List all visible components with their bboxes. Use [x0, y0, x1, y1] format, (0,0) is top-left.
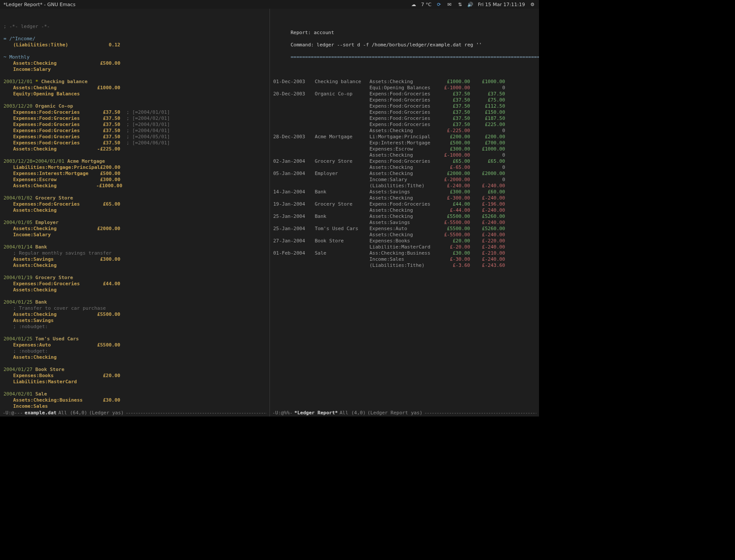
- modeline-flags: -U:@%%-: [273, 410, 293, 416]
- refresh-icon[interactable]: ⟳: [436, 1, 442, 7]
- posting-line: Expenses:Auto£5500.00: [4, 342, 266, 348]
- posting-line: Expenses:Books£20.00: [4, 373, 266, 379]
- posting-line: Assets:Checking£2000.00: [4, 226, 266, 232]
- buffer-position: All (64,0): [58, 410, 87, 416]
- system-tray: ☁ 7 °C ⟳ ✉ ⇅ 🔊 Fri 15 Mar 17:11:19 ⚙: [411, 1, 536, 7]
- buffer-name: example.dat: [24, 410, 56, 416]
- posting-line: Expenses:Food:Groceries£37.50; [=2004/03…: [4, 122, 266, 128]
- report-row: Expens:Food:Groceries£37.50£75.00: [273, 97, 536, 103]
- emacs-frame: ; -*- ledger -*- = /^Income/(Liabilities…: [0, 9, 539, 416]
- report-row: 01-Feb-2004SaleAss:Checking:Business£30.…: [273, 250, 536, 256]
- buffer-name: *Ledger Report*: [294, 410, 338, 416]
- posting-line: Equity:Opening Balances: [4, 91, 266, 97]
- posting-line: Liabilities:MasterCard: [4, 379, 266, 385]
- tx-header: 2004/01/02 Grocery Store: [4, 195, 266, 201]
- automated-tx-header: = /^Income/: [4, 36, 35, 42]
- desktop-top-bar: *Ledger Report* - GNU Emacs ☁ 7 °C ⟳ ✉ ⇅…: [0, 0, 539, 9]
- report-row: Assets:Savings£-5500.00£-240.00: [273, 220, 536, 226]
- posting-line: Expenses:Food:Groceries£37.50; [=2004/05…: [4, 134, 266, 140]
- settings-gear-icon[interactable]: ⚙: [529, 1, 536, 7]
- posting-line: Assets:Checking£500.00: [4, 60, 266, 66]
- network-icon[interactable]: ⇅: [457, 1, 463, 7]
- tx-comment: ; Transfer to cover car purchase: [4, 305, 266, 312]
- mail-icon[interactable]: ✉: [446, 1, 452, 7]
- posting-line: Income:Sales: [4, 403, 266, 410]
- report-row: 01-Dec-2003Checking balanceAssets:Checki…: [273, 79, 536, 85]
- report-row: Expenses:Escrow£300.00£1000.00: [273, 146, 536, 152]
- report-row: 25-Jan-2004BankAssets:Checking£5500.00£5…: [273, 214, 536, 220]
- report-row: Assets:Checking£-1000.000: [273, 152, 536, 158]
- report-row: 27-Jan-2004Book StoreExpenses:Books£20.0…: [273, 238, 536, 244]
- report-row: Assets:Checking£-44.00£-240.00: [273, 207, 536, 214]
- report-row: Exp:Interest:Mortgage£500.00£700.00: [273, 140, 536, 146]
- ledger-report-buffer[interactable]: Report: account Command: ledger --sort d…: [270, 9, 539, 416]
- posting-line: Assets:Checking:Business£30.00: [4, 397, 266, 403]
- weather-icon: ☁: [411, 1, 417, 7]
- posting-line: Assets:Checking: [4, 207, 266, 214]
- posting-line: Expenses:Food:Groceries£44.00: [4, 281, 266, 287]
- report-row: Assets:Checking£-5500.00£-240.00: [273, 232, 536, 238]
- tx-comment: ; :nobudget:: [4, 348, 266, 354]
- posting-line: Expenses:Food:Groceries£37.50; [=2004/02…: [4, 116, 266, 122]
- report-label: Report: account: [290, 30, 334, 35]
- report-row: Liabilitie:MasterCard£-20.00£-240.00: [273, 244, 536, 250]
- modeline-right: -U:@%%- *Ledger Report* All (4,0) (Ledge…: [270, 410, 539, 416]
- tx-header: 2004/01/25 Bank: [4, 299, 266, 305]
- report-row: 14-Jan-2004BankAssets:Savings£300.00£60.…: [273, 189, 536, 195]
- tx-header: 2004/01/27 Book Store: [4, 367, 266, 373]
- report-row: (Liabilities:Tithe)£-3.60£-243.60: [273, 262, 536, 269]
- posting-line: Assets:Savings: [4, 318, 266, 324]
- posting-line: Expenses:Food:Groceries£37.50; [=2004/06…: [4, 140, 266, 146]
- posting-line: Assets:Savings£300.00: [4, 256, 266, 262]
- report-row: Expens:Food:Groceries£37.50£112.50: [273, 103, 536, 109]
- report-command: Command: ledger --sort d -f /home/borbus…: [290, 42, 482, 48]
- modeline-dashes: ----------------------------------------…: [126, 410, 267, 416]
- report-row: 05-Jan-2004EmployerAssets:Checking£2000.…: [273, 171, 536, 177]
- posting-line: Assets:Checking: [4, 354, 266, 360]
- volume-icon[interactable]: 🔊: [467, 1, 473, 7]
- posting-line: Assets:Checking-£1000.00: [4, 183, 266, 189]
- posting-line: Expenses:Food:Groceries£65.00: [4, 201, 266, 207]
- tx-header: 2004/01/14 Bank: [4, 244, 266, 250]
- posting-line: Assets:Checking£5500.00: [4, 312, 266, 318]
- report-row: Income:Salary£-2000.000: [273, 177, 536, 183]
- report-row: 25-Jan-2004Tom's Used CarsExpenses:Auto£…: [273, 226, 536, 232]
- report-row: Assets:Checking£-65.000: [273, 164, 536, 171]
- posting-line: Assets:Checking£1000.00: [4, 85, 266, 91]
- report-row: 19-Jan-2004Grocery StoreExpens:Food:Groc…: [273, 201, 536, 207]
- weather-temp: 7 °C: [421, 2, 432, 7]
- posting-line: Income:Salary: [4, 232, 266, 238]
- tx-header: 2004/02/01 Sale: [4, 391, 266, 397]
- buffer-position: All (4,0): [340, 410, 366, 416]
- tx-header: 2004/01/25 Tom's Used Cars: [4, 336, 266, 342]
- clock-datetime: Fri 15 Mar 17:11:19: [478, 2, 525, 7]
- posting-line: Income:Salary: [4, 66, 266, 73]
- report-row: Equi:Opening Balances£-1000.000: [273, 85, 536, 91]
- tx-header: 2004/01/05 Employer: [4, 220, 266, 226]
- report-row: Expens:Food:Groceries£37.50£187.50: [273, 116, 536, 122]
- posting-line: Assets:Checking: [4, 262, 266, 269]
- report-row: 20-Dec-2003Organic Co-opExpens:Food:Groc…: [273, 91, 536, 97]
- posting-line: Assets:Checking-£225.00: [4, 146, 266, 152]
- posting-line: Expenses:Interest:Mortgage£500.00: [4, 171, 266, 177]
- window-title: *Ledger Report* - GNU Emacs: [4, 2, 75, 7]
- report-row: Income:Sales£-30.00£-240.00: [273, 256, 536, 262]
- tx-header: 2004/01/19 Grocery Store: [4, 275, 266, 281]
- report-row: Assets:Checking£-300.00£-240.00: [273, 195, 536, 201]
- periodic-tx-header: ~ Monthly: [4, 54, 30, 60]
- report-row: Expens:Food:Groceries£37.50£225.00: [273, 122, 536, 128]
- file-mode-comment: ; -*- ledger -*-: [4, 24, 266, 30]
- report-row: 28-Dec-2003Acme MortgageLi:Mortgage:Prin…: [273, 134, 536, 140]
- posting-line: (Liabilities:Tithe)0.12: [4, 42, 266, 48]
- posting-line: Expenses:Escrow£300.00: [4, 177, 266, 183]
- major-mode: (Ledger yas): [89, 410, 123, 416]
- posting-line: Expenses:Food:Groceries£37.50; [=2004/04…: [4, 128, 266, 134]
- posting-line: Assets:Checking: [4, 287, 266, 293]
- modeline-left: -U:@--- example.dat All (64,0) (Ledger y…: [0, 410, 270, 416]
- report-row: Assets:Checking£-225.000: [273, 128, 536, 134]
- ledger-source-buffer[interactable]: ; -*- ledger -*- = /^Income/(Liabilities…: [0, 9, 270, 416]
- posting-line: Expenses:Food:Groceries£37.50; [=2004/01…: [4, 109, 266, 116]
- major-mode: (Ledger Report yas): [368, 410, 423, 416]
- report-row: (Liabilities:Tithe)£-240.00£-240.00: [273, 183, 536, 189]
- tx-header: 2003/12/20 Organic Co-op: [4, 103, 266, 109]
